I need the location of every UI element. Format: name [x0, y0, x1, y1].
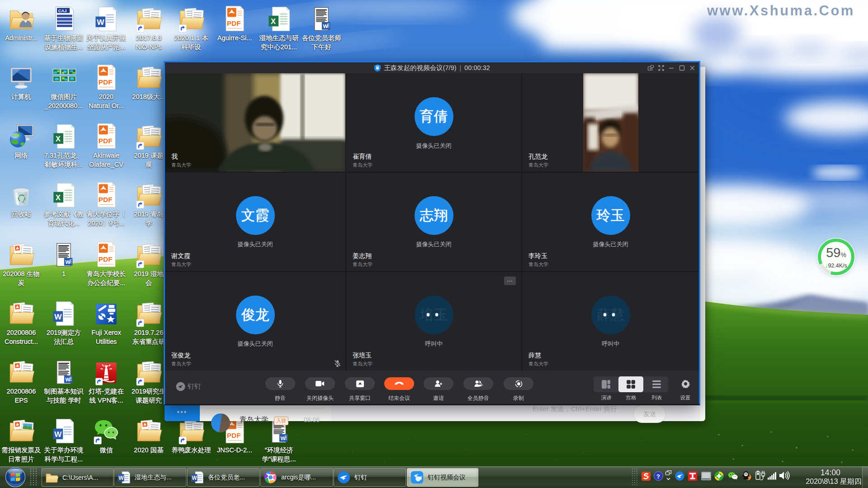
svg-text:W: W	[118, 475, 124, 481]
svg-text:?: ?	[656, 473, 660, 480]
svg-text:W: W	[192, 475, 197, 481]
